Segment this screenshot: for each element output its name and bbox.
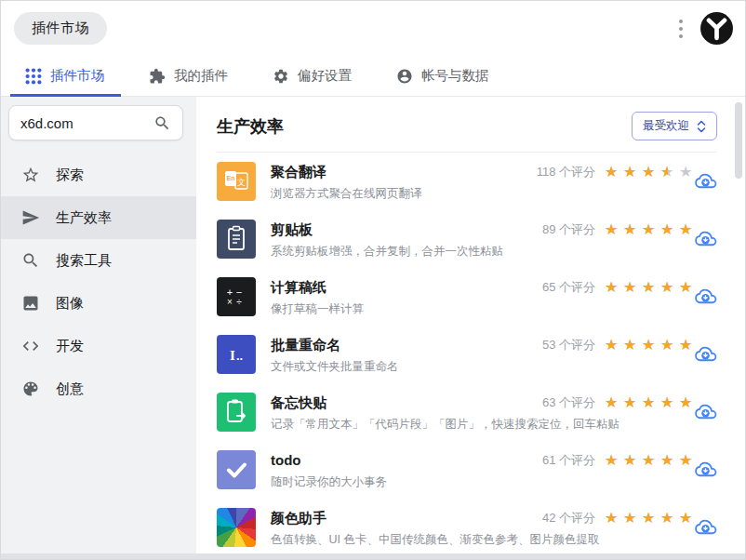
plugin-title[interactable]: 聚合翻译 — [271, 163, 422, 181]
plugin-description: 记录「常用文本」「代码片段」「图片」，快速搜索定位，回车粘贴 — [271, 417, 619, 432]
rating-count: 61 个评分 — [542, 452, 595, 469]
sidebar-item-image[interactable]: 图像 — [1, 282, 196, 325]
list-item[interactable]: 剪贴板 系统剪贴板增强，合并复制，合并一次性粘贴 89 个评分 ★★★★★★★★… — [217, 210, 745, 268]
star-rating-icon: ★★★★★★★★★★ — [605, 279, 694, 296]
download-button[interactable] — [692, 226, 719, 253]
search-icon[interactable] — [153, 114, 171, 132]
tab-label: 插件市场 — [50, 67, 104, 85]
palette-icon — [21, 380, 40, 398]
download-button[interactable] — [692, 457, 719, 484]
search-box[interactable] — [8, 105, 183, 140]
sort-label: 最受欢迎 — [643, 118, 689, 134]
sidebar-item-label: 探索 — [56, 167, 84, 184]
rating-count: 65 个评分 — [542, 279, 595, 296]
cloud-download-icon — [694, 170, 717, 193]
plugin-title[interactable]: 计算稿纸 — [271, 278, 364, 297]
tab-label: 我的插件 — [174, 67, 228, 85]
sidebar-item-search-tools[interactable]: 搜索工具 — [1, 239, 196, 282]
kebab-menu-icon[interactable] — [674, 15, 687, 43]
plugin-title[interactable]: 剪贴板 — [271, 220, 503, 239]
plugin-market-window: 插件市场 插件市场 我的插件 偏好设置 帐 — [0, 0, 746, 560]
search-input[interactable] — [20, 115, 153, 131]
download-button[interactable] — [692, 399, 719, 426]
main-content: 生产效率 最受欢迎 文 En — [196, 97, 745, 553]
app-logo-icon[interactable] — [699, 11, 734, 46]
plugin-description: 浏览器方式聚合在线网页翻译 — [271, 186, 422, 201]
list-item[interactable]: 文 En 聚合翻译 浏览器方式聚合在线网页翻译 118 个评分 ★★★★★★★★… — [217, 153, 745, 210]
rating: 65 个评分 ★★★★★★★★★★ — [542, 279, 694, 296]
download-button[interactable] — [692, 284, 719, 311]
star-icon — [21, 166, 40, 184]
star-rating-icon: ★★★★★★★★★★ — [605, 394, 694, 411]
grid-icon — [25, 68, 42, 85]
tab-my-plugins[interactable]: 我的插件 — [149, 56, 228, 96]
sidebar-item-explore[interactable]: 探索 — [1, 153, 196, 196]
sidebar: 探索 生产效率 搜索工具 图像 开发 — [1, 97, 196, 553]
search-icon — [21, 251, 40, 270]
star-rating-icon: ★★★★★★★★★★ — [605, 221, 694, 238]
page-title: 生产效率 — [217, 115, 284, 138]
paper-plane-icon — [21, 208, 40, 227]
cloud-download-icon — [694, 228, 717, 251]
plugin-description: 像打草稿一样计算 — [271, 301, 364, 316]
tab-preferences[interactable]: 偏好设置 — [273, 56, 352, 96]
plugin-description: 系统剪贴板增强，合并复制，合并一次性粘贴 — [271, 244, 503, 259]
tab-account-data[interactable]: 帐号与数据 — [396, 56, 489, 96]
svg-text:文: 文 — [237, 178, 246, 187]
rating-count: 53 个评分 — [542, 337, 595, 353]
download-button[interactable] — [692, 168, 719, 195]
tab-label: 偏好设置 — [298, 67, 352, 85]
download-button[interactable] — [692, 514, 719, 541]
color-wheel-tile-icon — [217, 508, 256, 547]
rating-count: 118 个评分 — [537, 164, 595, 180]
topbar: 插件市场 — [1, 1, 745, 56]
plugin-title[interactable]: todo — [271, 451, 387, 470]
rating-count: 42 个评分 — [542, 510, 595, 527]
star-rating-icon: ★★★★★★★★★★ — [605, 164, 694, 180]
list-item[interactable]: I .. 批量重命名 文件或文件夹批量重命名 53 个评分 ★★★★★★★★★★ — [217, 326, 745, 383]
tab-plugin-market[interactable]: 插件市场 — [25, 56, 104, 96]
cloud-download-icon — [694, 401, 717, 424]
calculator-tile-icon: + − × ÷ — [217, 277, 256, 316]
code-icon — [21, 337, 40, 355]
sidebar-item-label: 搜索工具 — [56, 252, 112, 270]
translate-tile-icon: 文 En — [217, 162, 256, 201]
svg-text:..: .. — [236, 349, 243, 363]
rename-tile-icon: I .. — [217, 335, 256, 374]
svg-text:En: En — [227, 175, 235, 181]
window-bottom-edge — [1, 553, 745, 559]
list-item[interactable]: 颜色助手 色值转换、UI 色卡、中国传统颜色、渐变色参考、图片颜色提取 42 个… — [217, 499, 745, 553]
memo-tile-icon — [217, 393, 256, 432]
rating-count: 89 个评分 — [542, 221, 595, 238]
puzzle-icon — [149, 68, 166, 85]
sidebar-item-productivity[interactable]: 生产效率 — [1, 196, 196, 239]
cloud-download-icon — [694, 459, 717, 482]
plugin-description: 随时记录你的大小事务 — [271, 474, 387, 489]
rating: 89 个评分 ★★★★★★★★★★ — [542, 221, 694, 238]
tab-label: 帐号与数据 — [421, 67, 489, 85]
cloud-download-icon — [694, 286, 717, 309]
sidebar-item-label: 生产效率 — [56, 209, 112, 227]
image-icon — [21, 294, 40, 313]
rating: 42 个评分 ★★★★★★★★★★ — [542, 510, 694, 527]
svg-text:÷: ÷ — [236, 297, 242, 307]
list-item[interactable]: 备忘快贴 记录「常用文本」「代码片段」「图片」，快速搜索定位，回车粘贴 63 个… — [217, 383, 745, 441]
star-rating-icon: ★★★★★★★★★★ — [605, 337, 694, 353]
cloud-download-icon — [694, 343, 717, 367]
download-button[interactable] — [692, 341, 719, 368]
sort-dropdown[interactable]: 最受欢迎 — [632, 112, 717, 140]
star-rating-icon: ★★★★★★★★★★ — [605, 452, 694, 469]
window-tab-pill[interactable]: 插件市场 — [14, 12, 107, 45]
sidebar-item-label: 图像 — [56, 295, 84, 313]
list-item[interactable]: + − × ÷ 计算稿纸 像打草稿一样计算 65 个评分 ★★★★★★★★★★ — [217, 268, 745, 326]
plugin-title[interactable]: 批量重命名 — [271, 336, 399, 354]
sidebar-item-creative[interactable]: 创意 — [1, 367, 196, 410]
rating: 61 个评分 ★★★★★★★★★★ — [542, 452, 694, 469]
cloud-download-icon — [694, 516, 717, 540]
sidebar-item-dev[interactable]: 开发 — [1, 325, 196, 367]
plugin-list: 文 En 聚合翻译 浏览器方式聚合在线网页翻译 118 个评分 ★★★★★★★★… — [217, 153, 745, 553]
person-icon — [396, 68, 413, 85]
list-item[interactable]: todo 随时记录你的大小事务 61 个评分 ★★★★★★★★★★ — [217, 441, 745, 499]
sort-chevrons-icon — [697, 119, 706, 134]
rating-count: 63 个评分 — [542, 394, 595, 411]
